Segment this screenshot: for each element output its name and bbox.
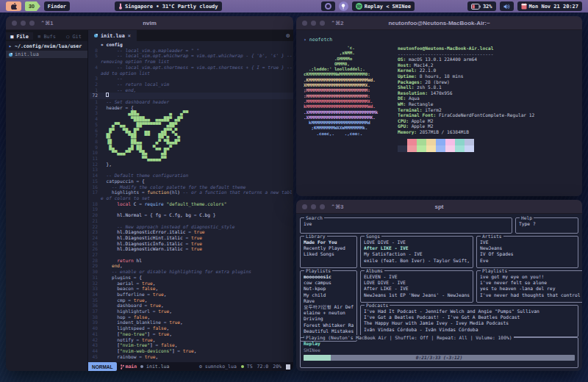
statusline-filename[interactable]: init.lua <box>140 364 169 370</box>
code-line[interactable]: 9 █▄ ▄█ ██ ▀▄▄ ▄▄▀ <box>90 145 293 151</box>
list-item[interactable]: My Satisfaction - IVE <box>364 251 470 257</box>
list-item[interactable]: Eve <box>480 258 575 264</box>
list-item[interactable]: Iván Vindas Córdoba - Iván Vindas Córdob… <box>364 327 575 333</box>
list-item[interactable]: Not-kpop <box>304 286 354 292</box>
list-item[interactable]: IV Of Spades <box>480 251 575 257</box>
list-item[interactable]: Made For You <box>304 239 354 245</box>
code-line[interactable]: 5 -- local_vim.opt.whichwrap = vim.opt.w… <box>90 53 293 64</box>
code-line[interactable]: 21 <box>90 218 293 224</box>
code-line[interactable]: 13 <box>90 167 293 173</box>
list-item[interactable]: LOVE DIVE - IVE <box>364 239 470 245</box>
apple-menu-button[interactable] <box>6 1 21 11</box>
code-line[interactable]: 18 local C = require "default_theme.colo… <box>90 201 293 207</box>
code-line[interactable]: 5 ▄▀▀▄▄ ██▀▀▀▀▀▀▀ ▄██▀ <box>90 122 293 128</box>
zoom-window-button[interactable] <box>320 21 325 26</box>
code-line[interactable]: 1 -- Set dashboard header <box>90 99 293 105</box>
clock-widget[interactable]: Mon Nov 21 20:27 <box>517 1 582 11</box>
tree-file-item[interactable]: init.lua <box>6 51 87 58</box>
list-item[interactable]: moooooosic <box>304 274 354 280</box>
list-item[interactable]: Forest Whitaker Ra <box>304 322 354 328</box>
volume-widget[interactable] <box>500 1 514 11</box>
code-line[interactable]: 20 hl.Normal = { fg = C.fg, bg = C.bg } <box>90 212 293 218</box>
pin-button[interactable] <box>339 1 348 11</box>
search-input[interactable]: ive <box>304 221 509 227</box>
dnd-toggle[interactable] <box>321 1 335 11</box>
code-line[interactable]: 30 -- enable or disable highlighting for… <box>90 269 293 275</box>
code-line[interactable]: 27 <box>90 252 293 258</box>
battery-widget[interactable]: 32% <box>467 1 496 11</box>
code-line[interactable]: 32 aerial = true, <box>90 281 293 286</box>
spt-titlebar[interactable]: ⌃⌘3 spt <box>296 200 582 214</box>
code-line[interactable]: 41 ["neo-tree"] = true, <box>90 331 293 337</box>
list-item[interactable]: ive got my eye on you!! <box>480 274 582 280</box>
search-panel[interactable]: Search ive <box>300 217 512 234</box>
list-item[interactable]: cow campus <box>304 280 354 286</box>
code-line[interactable]: 4 -- local_vim.opt.shortmess = vim.opt.s… <box>90 65 293 76</box>
list-item[interactable]: I've never had thoughts that control me <box>480 292 582 298</box>
code-line[interactable]: 38 hop = false, <box>90 314 293 320</box>
nvim-titlebar[interactable]: ⌃⌘1 nvim <box>6 16 293 30</box>
list-item[interactable]: yes to heaven -lana del rey <box>480 286 582 292</box>
list-item[interactable]: After LIKE - IVE <box>364 286 470 292</box>
code-line[interactable]: 28 return hl <box>90 258 293 264</box>
code-line[interactable]: 8 ▐█ ██▄▄ ▄▀ ▀█▄▄█▀ <box>90 139 293 145</box>
list-item[interactable]: i've never felt so alone <box>480 280 582 286</box>
code-line[interactable]: 25 hl.DiagnosticInfo.italic = true <box>90 241 293 247</box>
code-line[interactable]: 8 -- local_vim.g.mapleader = " " <box>90 48 293 54</box>
playlists-panel[interactable]: Playlists moooooosiccow campusNot-kpopMy… <box>300 270 357 342</box>
list-item[interactable]: Liked Songs <box>304 251 354 257</box>
code-line[interactable]: 11 ▀▀▄▄▄▄▄▀▀ <box>90 156 293 162</box>
code-line[interactable]: 45 rainbow = true, <box>90 354 293 360</box>
traffic-lights[interactable] <box>302 21 325 26</box>
list-item[interactable]: LOVE DIVE - IVE <box>364 280 470 286</box>
code-line[interactable]: 14 -- Default theme configuration <box>90 173 293 179</box>
code-line[interactable]: 29 end, <box>90 263 293 269</box>
code-line[interactable]: 26 hl.DiagnosticWarn.italic = true <box>90 246 293 252</box>
code-line[interactable]: 6 █▀ ▀█▄ █▀ ▄▄ ▄█▀▀▄▀ <box>90 128 293 134</box>
code-line[interactable]: 16 -- Modify the color palette for the d… <box>90 184 293 190</box>
minimize-window-button[interactable] <box>311 204 316 209</box>
code-line[interactable]: 44 ["nvim-web-devicons"] = true, <box>90 348 293 354</box>
code-line[interactable]: 36 dashboard = true, <box>90 303 293 309</box>
code-line[interactable]: 24 hl.DiagnosticHint.italic = true <box>90 235 293 241</box>
sidebar-tab-bufs[interactable]: ≡ Bufs <box>33 32 60 40</box>
list-item[interactable]: I've Had It Podcast - Jennifer Welch and… <box>364 309 575 314</box>
code-line[interactable]: 2 header = { <box>90 105 293 111</box>
list-item[interactable]: My child <box>304 292 354 298</box>
saved-playlists-panel[interactable]: Playlists ive got my eye on you!!i've ne… <box>476 270 582 303</box>
close-window-button[interactable] <box>302 204 307 209</box>
code-line[interactable]: 33 beacon = false, <box>90 286 293 292</box>
list-item[interactable]: Recently Played <box>304 245 354 251</box>
list-item[interactable]: ELEVEN - IVE <box>364 274 470 280</box>
podcasts-panel[interactable]: Podcasts I've Had It Podcast - Jennifer … <box>360 305 578 337</box>
code-line[interactable]: 23 hl.DiagnosticError.italic = true <box>90 229 293 235</box>
now-playing-widget[interactable]: Replay < SHINee <box>352 1 415 11</box>
tab-close-button[interactable]: × <box>128 33 131 39</box>
active-app-name[interactable]: Finder <box>44 1 70 11</box>
code-line[interactable]: 3 ▄██▄ ▄ ▄▀▀ <box>90 110 293 116</box>
code-line[interactable]: 72 <box>90 93 293 99</box>
list-item[interactable]: Rave <box>304 298 354 304</box>
code-area[interactable]: ∗ config 8 -- local_vim.g.mapleader = " … <box>88 41 293 362</box>
git-branch[interactable]: main <box>121 364 137 370</box>
list-item[interactable]: Beautiful Mistakes <box>304 328 354 334</box>
list-item[interactable]: 모두까기인형 Air Def <box>304 304 354 310</box>
close-window-button[interactable] <box>12 21 17 26</box>
editor-pane[interactable]: init.lua × ⚙ ∗ config 8 -- local_vim.g.m… <box>88 30 293 371</box>
code-line[interactable]: 40 lightspeed = false, <box>90 325 293 331</box>
code-line[interactable]: 42 notify = true, <box>90 337 293 343</box>
code-line[interactable]: 31 plugins = { <box>90 275 293 281</box>
code-line[interactable]: 34 bufferline = true, <box>90 292 293 298</box>
zoom-window-button[interactable] <box>320 204 325 209</box>
code-line[interactable]: 22 -- New approach instead of diagnostic… <box>90 224 293 230</box>
code-line[interactable]: 2 -- return local_vim <box>90 82 293 87</box>
terminal-content[interactable]: › neofetch 'c. ,xNMM. .OMMMMo OMMM0, .;l… <box>296 30 582 196</box>
code-line[interactable]: 3 -- <box>90 76 293 82</box>
list-item[interactable]: After LIKE - IVE <box>364 245 470 251</box>
workspace-badge[interactable]: 30 <box>25 1 40 11</box>
code-line[interactable]: 12 }, <box>90 162 293 167</box>
songs-panel[interactable]: Songs LOVE DIVE - IVEAfter LIKE - IVEMy … <box>360 236 473 268</box>
tree-root-path[interactable]: ▸ ~/.config/nvim/lua/user <box>6 41 87 51</box>
code-line[interactable]: 10 ▀▀▄▄▄▀▀ ▀█▄ ▄█ <box>90 150 293 156</box>
code-line[interactable]: 39 indent_blankline = true, <box>90 320 293 325</box>
